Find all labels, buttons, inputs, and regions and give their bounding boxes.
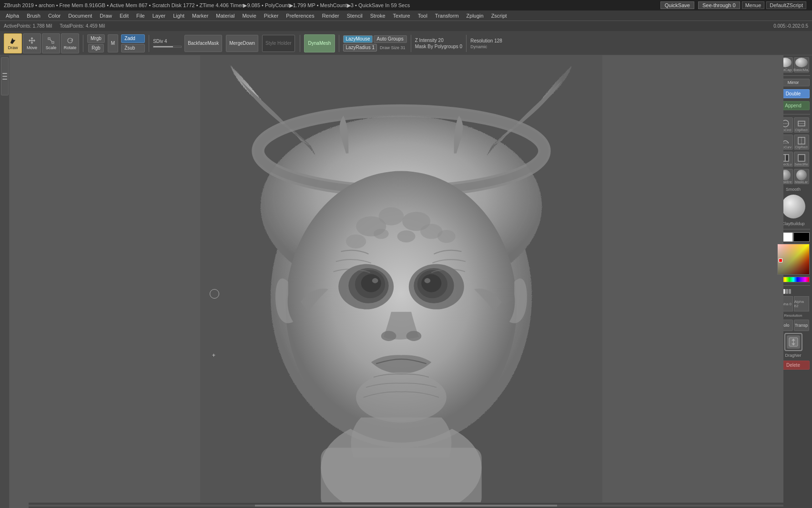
lazy-group: LazyMouse Auto Groups LazyRadius 1 Draw … xyxy=(343,35,406,52)
menu-zplugin[interactable]: Zplugin xyxy=(463,12,487,20)
menu-file[interactable]: File xyxy=(132,12,149,20)
dragtner-button[interactable] xyxy=(784,333,802,351)
svg-point-16 xyxy=(397,230,416,242)
sdiv-bar[interactable] xyxy=(153,46,182,48)
menu-light[interactable]: Light xyxy=(169,12,188,20)
basicmat-sphere xyxy=(795,58,808,67)
left-tool-strip xyxy=(1,57,9,95)
menu-alpha[interactable]: Alpha xyxy=(2,12,23,20)
menu-draw[interactable]: Draw xyxy=(96,12,116,20)
menu-movie[interactable]: Movie xyxy=(238,12,260,20)
menu-brush[interactable]: Brush xyxy=(23,12,44,20)
zsub-button[interactable]: Zsub xyxy=(121,44,145,52)
smooth-sphere xyxy=(782,195,805,218)
transform-tools: Draw Move Scale Rotate xyxy=(4,33,79,53)
left-sidebar xyxy=(0,55,10,508)
mask-polygroups-label: Mask By Polygroups 0 xyxy=(415,44,463,49)
dragtner-label: DragNer xyxy=(785,353,801,358)
clip-rect-icon xyxy=(797,119,806,128)
masklar-sphere xyxy=(796,170,807,180)
menu-marker[interactable]: Marker xyxy=(188,12,212,20)
3d-model-view xyxy=(115,55,688,508)
svg-point-21 xyxy=(372,278,378,283)
dragtner-icon xyxy=(787,335,800,349)
style-holder-button[interactable]: Style Holder xyxy=(262,35,294,52)
default-script-button[interactable]: DefaultZScript xyxy=(766,1,806,9)
separator-6 xyxy=(466,35,467,52)
menu-color[interactable]: Color xyxy=(44,12,64,20)
svg-point-29 xyxy=(356,372,447,422)
masklar-button[interactable]: MaskLar xyxy=(794,169,809,184)
menu-preferences[interactable]: Preferences xyxy=(282,12,318,20)
z-intensity-label: Z Intensity 20 xyxy=(415,38,444,43)
dyna-mesh-button[interactable]: DynaMesh xyxy=(304,34,335,52)
app-title: ZBrush 2019 • archon • Free Mem 8.916GB … xyxy=(4,2,660,9)
m-button[interactable]: M xyxy=(108,34,118,52)
clip-rect2-button[interactable]: ClipRect xyxy=(794,135,809,150)
lazy-mouse-button[interactable]: LazyMouse xyxy=(343,35,372,43)
rgb-button[interactable]: Rgb xyxy=(88,44,103,52)
quick-save-button[interactable]: QuickSave xyxy=(660,1,694,9)
scale-tool-button[interactable]: Scale xyxy=(42,33,60,53)
menu-document[interactable]: Document xyxy=(64,12,96,20)
canvas-area[interactable]: + xyxy=(19,55,783,508)
menu-transform[interactable]: Transform xyxy=(431,12,463,20)
svg-point-20 xyxy=(361,274,381,292)
svg-point-28 xyxy=(406,331,422,341)
active-points: ActivePoints: 1.788 Mil xyxy=(4,23,52,29)
main-area: + MatCap BasicMa. Mirror Double Appen xyxy=(0,55,812,508)
title-bar: ZBrush 2019 • archon • Free Mem 8.916GB … xyxy=(0,0,812,10)
menu-picker[interactable]: Picker xyxy=(260,12,283,20)
sdiv-group: SDiv 4 xyxy=(153,39,182,48)
strip-indicator-2 xyxy=(2,76,7,77)
backface-mask-button[interactable]: BackfaceMask xyxy=(184,35,222,52)
transp-button[interactable]: Transp xyxy=(794,320,809,331)
clip-rect-button[interactable]: ClipRect xyxy=(794,117,809,133)
toolbar: Draw Move Scale Rotate Mrgb Rgb M xyxy=(0,31,812,55)
black-swatch[interactable] xyxy=(793,232,810,242)
basicmat-button[interactable]: BasicMa. xyxy=(794,57,809,73)
resolution-group: Resolution 128 Dynamic xyxy=(470,38,502,49)
draw-tool-button[interactable]: Draw xyxy=(4,33,22,53)
menu-edit[interactable]: Edit xyxy=(116,12,132,20)
merge-down-button[interactable]: MergeDown xyxy=(226,35,258,52)
move-tool-button[interactable]: Move xyxy=(23,33,41,53)
smooth-sphere-container[interactable] xyxy=(782,194,805,219)
svg-point-14 xyxy=(437,230,456,243)
menu-render[interactable]: Render xyxy=(318,12,343,20)
separator-5 xyxy=(411,35,411,52)
svg-point-10 xyxy=(379,207,404,225)
resolution-sidebar-label: Resolution xyxy=(784,313,802,318)
lazy-radius-button[interactable]: LazyRadius 1 xyxy=(343,44,377,52)
draw-size-label: Draw Size 31 xyxy=(380,45,406,50)
menu-stencil[interactable]: Stencil xyxy=(343,12,366,20)
see-through-button[interactable]: See-through 0 xyxy=(698,1,740,9)
strip-indicator-3 xyxy=(2,79,7,80)
menu-material[interactable]: Material xyxy=(212,12,238,20)
zadd-button[interactable]: Zadd xyxy=(121,34,145,43)
svg-point-27 xyxy=(381,331,396,341)
rotate-tool-button[interactable]: Rotate xyxy=(61,33,79,53)
svg-point-13 xyxy=(346,234,366,249)
z-intensity-group: Z Intensity 20 Mask By Polygroups 0 xyxy=(415,38,463,49)
menu-tool[interactable]: Tool xyxy=(414,12,431,20)
separator-4 xyxy=(339,35,339,52)
selectre-button[interactable]: SelectRe xyxy=(794,152,809,167)
canvas-scrollbar[interactable] xyxy=(29,502,783,508)
mrgb-button[interactable]: Mrgb xyxy=(87,34,105,43)
alpha-62-button[interactable]: Alpha 62 xyxy=(794,296,809,311)
svg-rect-37 xyxy=(798,155,805,161)
svg-point-15 xyxy=(374,229,389,239)
menu-texture[interactable]: Texture xyxy=(389,12,414,20)
menue-button[interactable]: Menue xyxy=(742,1,765,9)
info-bar: ActivePoints: 1.788 Mil TotalPoints: 4.4… xyxy=(0,21,812,31)
separator-3 xyxy=(300,35,300,52)
menu-stroke[interactable]: Stroke xyxy=(366,12,389,20)
coordinates: 0.005:-0.202:0.5 xyxy=(773,23,808,29)
total-points: TotalPoints: 4.459 Mil xyxy=(60,23,105,29)
color-picker[interactable] xyxy=(777,244,810,275)
menu-zscript[interactable]: Zscript xyxy=(487,12,511,20)
auto-groups-button[interactable]: Auto Groups xyxy=(374,35,407,43)
menu-layer[interactable]: Layer xyxy=(149,12,170,20)
sdiv-label: SDiv 4 xyxy=(153,39,167,44)
